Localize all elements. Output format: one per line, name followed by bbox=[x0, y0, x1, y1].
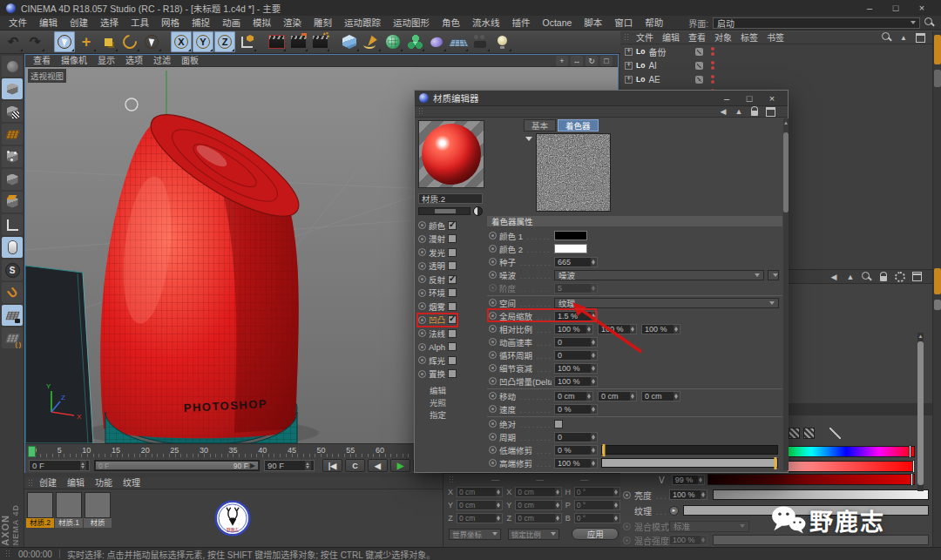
play-forwards-button[interactable]: ▶ bbox=[390, 459, 410, 472]
backdrop-object[interactable] bbox=[25, 266, 93, 443]
points-mode-icon[interactable] bbox=[2, 146, 23, 167]
dock-icon[interactable] bbox=[915, 32, 925, 43]
viewport-nav-icon[interactable] bbox=[2, 237, 23, 258]
rotate-tool-icon[interactable] bbox=[119, 31, 140, 52]
search-icon[interactable] bbox=[882, 32, 892, 43]
dropdown[interactable]: 纹理 bbox=[554, 298, 779, 308]
animation-dot-icon[interactable] bbox=[489, 351, 497, 359]
channel-checkbox[interactable] bbox=[448, 329, 457, 338]
object-row[interactable]: AE bbox=[620, 72, 932, 86]
gap-icon[interactable] bbox=[331, 31, 338, 52]
channel-row[interactable]: 环境 bbox=[417, 287, 457, 300]
coordinate-field[interactable]: 0 ° bbox=[574, 513, 620, 523]
menu-item[interactable]: 创建 bbox=[34, 477, 62, 489]
edges-mode-icon[interactable] bbox=[2, 169, 23, 190]
expand-icon[interactable] bbox=[625, 48, 633, 56]
polygons-mode-icon[interactable] bbox=[2, 192, 23, 213]
channel-checkbox[interactable] bbox=[448, 369, 457, 378]
number-field[interactable]: 0 % bbox=[554, 445, 598, 455]
material-editor-titlebar[interactable]: 材质编辑器 – □ × bbox=[415, 91, 788, 106]
number-field[interactable]: 100 % bbox=[554, 376, 598, 387]
animation-dot-icon[interactable] bbox=[489, 284, 497, 292]
material-preview[interactable] bbox=[418, 120, 484, 188]
channel-row[interactable]: 烟雾 bbox=[417, 300, 457, 314]
subdivision-icon[interactable] bbox=[382, 31, 403, 52]
channel-row[interactable]: 法线 bbox=[417, 327, 457, 341]
expand-icon[interactable] bbox=[625, 62, 633, 70]
gap-icon[interactable] bbox=[163, 31, 170, 52]
color-swatch[interactable] bbox=[554, 231, 587, 240]
play-backwards-button[interactable]: ◀ bbox=[368, 459, 388, 472]
channel-row[interactable]: 反射 bbox=[417, 273, 457, 287]
render-picture-icon[interactable] bbox=[288, 31, 308, 52]
channel-checkbox[interactable] bbox=[448, 275, 457, 284]
panel-tab[interactable] bbox=[934, 300, 941, 310]
menu-item[interactable]: 雕刻 bbox=[308, 16, 338, 30]
value-field[interactable]: 99 % bbox=[672, 475, 705, 485]
channel-page[interactable]: 编辑 bbox=[417, 384, 457, 396]
shader-preset-button[interactable] bbox=[768, 270, 779, 280]
number-field[interactable]: 100 % bbox=[641, 324, 680, 334]
menu-item[interactable]: 文件 bbox=[632, 31, 658, 44]
coordinate-system-dropdown[interactable]: 世界坐标 bbox=[449, 529, 501, 540]
menu-item[interactable]: 编辑 bbox=[33, 16, 64, 30]
menu-item[interactable]: 选项 bbox=[120, 55, 148, 67]
coordinate-field[interactable]: 0 cm bbox=[515, 487, 561, 497]
menu-item[interactable]: 书签 bbox=[762, 31, 789, 44]
current-frame-field[interactable]: 0 F bbox=[29, 460, 90, 471]
up-icon[interactable] bbox=[898, 32, 909, 43]
menu-item[interactable]: 捕捉 bbox=[186, 16, 216, 30]
minimize-button[interactable]: – bbox=[715, 91, 738, 105]
animation-dot-icon[interactable] bbox=[489, 338, 497, 346]
menu-item[interactable]: 工具 bbox=[125, 16, 155, 30]
dropdown[interactable]: 噪波 bbox=[554, 270, 764, 280]
animation-dot-icon[interactable] bbox=[489, 446, 497, 454]
layer-icon[interactable] bbox=[695, 48, 703, 56]
number-field[interactable]: 100 % bbox=[554, 458, 598, 469]
workplane-icon[interactable] bbox=[2, 124, 23, 145]
material-editor-window[interactable]: 材质编辑器 – □ × 材质.2 颜色 漫射 发光 透明 反射 bbox=[414, 90, 789, 473]
menu-item[interactable]: 编辑 bbox=[62, 477, 90, 489]
slider[interactable] bbox=[601, 458, 778, 468]
loop-animation-button[interactable]: C bbox=[345, 459, 365, 472]
floor-plane-icon[interactable] bbox=[448, 31, 469, 52]
nav-forward-icon[interactable] bbox=[734, 106, 744, 117]
end-frame-field[interactable]: 90 F bbox=[264, 460, 315, 471]
animation-dot-icon[interactable] bbox=[489, 392, 497, 400]
menu-item[interactable]: 过滤 bbox=[148, 55, 176, 67]
number-field[interactable]: 100 % bbox=[598, 324, 637, 334]
material-editor-tab[interactable]: 基本 bbox=[524, 119, 556, 132]
live-selection-icon[interactable] bbox=[54, 31, 75, 52]
dock-icon[interactable] bbox=[911, 272, 922, 282]
menu-item[interactable]: 角色 bbox=[436, 16, 466, 30]
channel-row[interactable]: 发光 bbox=[417, 246, 457, 260]
number-field[interactable]: 0 bbox=[554, 432, 598, 442]
search-icon[interactable] bbox=[862, 272, 872, 282]
last-tool-icon[interactable] bbox=[141, 31, 162, 52]
menu-item[interactable]: 功能 bbox=[90, 477, 118, 489]
channel-row[interactable]: 透明 bbox=[417, 260, 457, 273]
object-row[interactable]: AI bbox=[620, 58, 932, 72]
animation-dot-icon[interactable] bbox=[489, 420, 497, 428]
channel-row[interactable]: 颜色 bbox=[417, 219, 457, 233]
menu-item[interactable]: 运动图形 bbox=[387, 16, 436, 30]
interface-dropdown[interactable]: 启动 bbox=[713, 17, 920, 29]
go-to-start-button[interactable]: |◀ bbox=[322, 459, 342, 472]
rotate-view-icon[interactable]: ↻ bbox=[586, 56, 598, 66]
menu-item[interactable]: 运动跟踪 bbox=[338, 16, 387, 30]
snap-icon[interactable] bbox=[2, 260, 23, 280]
magnet-icon[interactable] bbox=[2, 282, 23, 303]
apply-button[interactable]: 应用 bbox=[572, 528, 619, 540]
panel-grip[interactable] bbox=[449, 476, 455, 484]
menu-item[interactable]: 帮助 bbox=[639, 16, 669, 30]
toggle-panel-icon[interactable]: □ bbox=[600, 56, 613, 66]
layer-icon[interactable] bbox=[695, 76, 703, 84]
deformer-icon[interactable] bbox=[426, 31, 447, 52]
axis-mode-icon[interactable] bbox=[2, 214, 23, 235]
panel-tab[interactable] bbox=[934, 70, 941, 87]
menu-item[interactable]: 动画 bbox=[216, 16, 247, 30]
menu-item[interactable]: 插件 bbox=[506, 16, 537, 30]
camera-icon[interactable] bbox=[470, 31, 491, 52]
animation-dot-icon[interactable] bbox=[489, 459, 497, 467]
primitive-cube-icon[interactable] bbox=[339, 31, 360, 52]
